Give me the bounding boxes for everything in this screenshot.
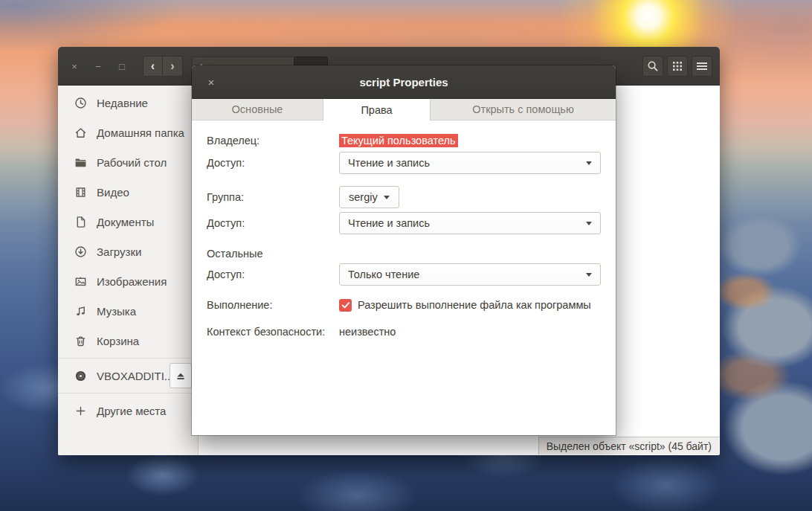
group-value: sergiy (349, 191, 378, 203)
desktop-wallpaper: × − □ ‹ › ⌂ (0, 0, 812, 511)
folder-icon (74, 156, 87, 169)
group-label: Группа: (207, 191, 339, 203)
document-icon (74, 216, 87, 228)
sidebar-item-other-locations[interactable]: Другие места (58, 396, 198, 425)
sidebar-item-trash[interactable]: Корзина (58, 326, 198, 356)
chevron-down-icon (586, 273, 592, 277)
header-actions (642, 56, 712, 77)
properties-dialog: × script Properties Основные Права Откры… (192, 65, 616, 435)
sidebar-item-recent[interactable]: Недавние (58, 88, 198, 118)
sidebar-item-label: Музыка (97, 305, 136, 318)
others-access-value: Только чтение (348, 269, 419, 280)
download-icon (74, 245, 87, 258)
owner-label: Владелец: (207, 135, 339, 147)
execute-label: Выполнение: (207, 299, 339, 311)
sidebar-item-label: Недавние (97, 97, 148, 109)
security-context-label: Контекст безопасности: (207, 326, 339, 338)
sidebar-item-label: Домашняя папка (97, 126, 184, 139)
nav-buttons: ‹ › (143, 56, 183, 77)
execute-checkbox-label[interactable]: Разрешить выполнение файла как программы (358, 299, 591, 311)
sidebar-item-downloads[interactable]: Загрузки (58, 237, 198, 266)
dialog-title: script Properties (359, 76, 448, 89)
sidebar-item-vbox-volume[interactable]: VBOXADDITI... (58, 361, 198, 391)
tab-basic[interactable]: Основные (192, 99, 323, 120)
music-icon (74, 305, 87, 318)
eject-button[interactable] (170, 363, 192, 388)
execute-checkbox[interactable] (339, 299, 352, 312)
sidebar-item-desktop[interactable]: Рабочий стол (58, 147, 198, 177)
maximize-window-icon[interactable]: □ (115, 59, 129, 74)
sidebar: Недавние Домашняя папка Рабочий стол Вид… (58, 86, 199, 455)
others-section-label: Остальные (207, 248, 263, 260)
sidebar-item-music[interactable]: Музыка (58, 296, 198, 326)
sidebar-separator (58, 358, 198, 359)
sidebar-item-label: Видео (97, 186, 129, 199)
close-window-icon[interactable]: × (67, 59, 82, 74)
sidebar-item-label: Изображения (97, 275, 167, 288)
group-dropdown[interactable]: sergiy (339, 186, 399, 208)
window-controls: × − □ (67, 47, 129, 86)
sidebar-item-label: Корзина (97, 335, 139, 347)
clock-icon (74, 97, 87, 109)
forward-button[interactable]: › (163, 56, 183, 77)
sidebar-item-documents[interactable]: Документы (58, 207, 198, 237)
disc-icon (74, 370, 87, 382)
back-button[interactable]: ‹ (143, 56, 163, 77)
chevron-down-icon (586, 222, 592, 225)
security-context-value: неизвестно (339, 326, 396, 338)
home-icon (74, 126, 87, 139)
others-access-label: Доступ: (207, 269, 339, 280)
search-button[interactable] (642, 56, 663, 77)
group-access-value: Чтение и запись (348, 217, 430, 229)
group-access-label: Доступ: (207, 217, 339, 229)
hamburger-menu-icon (697, 62, 707, 71)
status-bar: Выделен объект «script» (45 байт) (538, 437, 719, 454)
sidebar-separator (58, 393, 198, 393)
sidebar-item-videos[interactable]: Видео (58, 177, 198, 207)
dialog-titlebar[interactable]: × script Properties (192, 65, 616, 99)
dialog-close-icon[interactable]: × (202, 65, 220, 99)
chevron-down-icon (586, 161, 592, 165)
film-icon (74, 186, 87, 199)
sidebar-item-home[interactable]: Домашняя папка (58, 118, 198, 147)
sidebar-item-label: Другие места (97, 405, 166, 417)
owner-access-label: Доступ: (207, 157, 339, 169)
sidebar-item-label: Загрузки (97, 245, 141, 258)
plus-icon (74, 405, 87, 417)
owner-access-value: Чтение и запись (348, 157, 430, 169)
permissions-form: Владелец: Текущий пользователь Доступ: Ч… (192, 120, 616, 339)
search-icon (647, 60, 659, 72)
chevron-down-icon (384, 196, 390, 199)
tab-open-with[interactable]: Открыть с помощью (431, 99, 616, 120)
sidebar-item-pictures[interactable]: Изображения (58, 266, 198, 296)
trash-icon (74, 335, 87, 347)
image-icon (74, 275, 87, 288)
minimize-window-icon[interactable]: − (91, 59, 106, 74)
grid-view-icon (672, 61, 683, 71)
sidebar-item-label: VBOXADDITI... (97, 370, 173, 382)
eject-icon (175, 371, 186, 381)
status-text: Выделен объект «script» (45 байт) (547, 440, 712, 452)
group-access-dropdown[interactable]: Чтение и запись (339, 212, 601, 234)
checkmark-icon (341, 301, 350, 309)
owner-access-dropdown[interactable]: Чтение и запись (339, 152, 601, 174)
sidebar-item-label: Рабочий стол (97, 156, 167, 169)
dialog-tabs: Основные Права Открыть с помощью (192, 99, 616, 120)
others-access-dropdown[interactable]: Только чтение (339, 263, 601, 286)
tab-permissions[interactable]: Права (323, 99, 431, 120)
owner-value[interactable]: Текущий пользователь (339, 134, 458, 147)
sidebar-item-label: Документы (97, 216, 154, 228)
menu-button[interactable] (692, 56, 712, 77)
grid-view-button[interactable] (667, 56, 688, 77)
